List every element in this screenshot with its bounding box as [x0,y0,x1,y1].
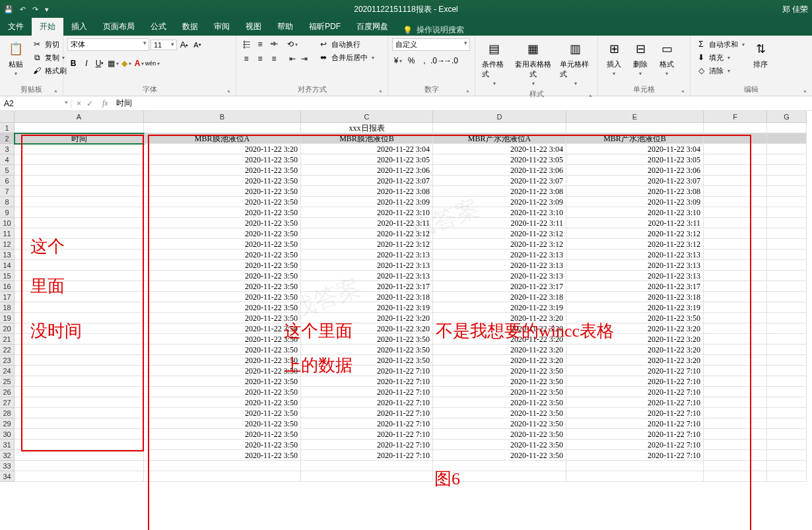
row-header-2[interactable]: 2 [0,133,15,144]
cell-D31[interactable]: 2020-11-22 3:50 [433,440,566,450]
cell-C8[interactable]: 2020-11-22 3:09 [301,197,433,207]
cell-D30[interactable]: 2020-11-22 3:50 [433,429,566,440]
cell-A15[interactable] [15,271,144,281]
cell-C20[interactable]: 2020-11-22 3:20 [301,323,433,334]
cell-E6[interactable]: 2020-11-22 3:07 [566,176,704,186]
cell-G5[interactable] [767,165,807,176]
accounting-format-button[interactable]: ¥ [392,55,404,67]
cell-D7[interactable]: 2020-11-22 3:08 [433,186,566,197]
qat-more-icon[interactable]: ▾ [45,5,49,14]
autosum-button[interactable]: Σ自动求和 [694,38,746,50]
enter-formula-icon[interactable]: ✓ [86,99,93,108]
cell-C13[interactable]: 2020-11-22 3:13 [301,249,433,260]
cell-A8[interactable] [15,197,144,207]
cell-E18[interactable]: 2020-11-22 3:19 [566,302,704,313]
cell-B30[interactable]: 2020-11-22 3:50 [144,429,301,440]
cell-E33[interactable] [566,461,704,471]
cell-F13[interactable] [704,249,767,260]
align-right-button[interactable]: ≡ [268,53,280,65]
cell-D17[interactable]: 2020-11-22 3:18 [433,292,566,302]
format-painter-button[interactable]: 🖌格式刷 [30,65,68,77]
format-cells-button[interactable]: ▭格式▾ [655,38,679,78]
cell-E11[interactable]: 2020-11-22 3:12 [566,228,704,239]
cell-G10[interactable] [767,218,807,228]
cell-A26[interactable] [15,387,144,397]
cell-D11[interactable]: 2020-11-22 3:12 [433,228,566,239]
cell-B3[interactable]: 2020-11-22 3:20 [144,144,301,154]
tab-福昕PDF[interactable]: 福昕PDF [301,18,349,36]
cell-A14[interactable] [15,260,144,271]
cell-C17[interactable]: 2020-11-22 3:18 [301,292,433,302]
cell-B5[interactable]: 2020-11-22 3:50 [144,165,301,176]
cell-F2[interactable] [704,133,767,144]
font-color-button[interactable]: A [133,57,145,69]
cell-E2[interactable]: MBR产水池液位B [566,133,704,144]
cell-C16[interactable]: 2020-11-22 3:17 [301,281,433,292]
cell-B9[interactable]: 2020-11-22 3:50 [144,207,301,218]
cell-E3[interactable]: 2020-11-22 3:04 [566,144,704,154]
cell-C24[interactable]: 2020-11-22 7:10 [301,366,433,376]
row-header-14[interactable]: 14 [0,260,15,271]
cell-D10[interactable]: 2020-11-22 3:11 [433,218,566,228]
cell-E27[interactable]: 2020-11-22 7:10 [566,397,704,408]
cell-C2[interactable]: MBR膜池液位B [301,133,433,144]
row-header-31[interactable]: 31 [0,440,15,450]
decrease-font-button[interactable]: A▾ [191,39,203,51]
cell-G30[interactable] [767,429,807,440]
cell-A34[interactable] [15,471,144,482]
cell-F33[interactable] [704,461,767,471]
cell-F25[interactable] [704,376,767,387]
cell-A19[interactable] [15,313,144,323]
cell-A10[interactable] [15,218,144,228]
cell-G9[interactable] [767,207,807,218]
fill-color-button[interactable]: ◆ [120,57,132,69]
tab-插入[interactable]: 插入 [63,18,95,36]
column-header-B[interactable]: B [144,111,301,123]
cell-A17[interactable] [15,292,144,302]
cell-A30[interactable] [15,429,144,440]
cell-A28[interactable] [15,408,144,418]
cell-B8[interactable]: 2020-11-22 3:50 [144,197,301,207]
row-header-6[interactable]: 6 [0,176,15,186]
cell-E17[interactable]: 2020-11-22 3:18 [566,292,704,302]
row-header-11[interactable]: 11 [0,228,15,239]
underline-button[interactable]: U▾ [94,57,106,69]
cell-D29[interactable]: 2020-11-22 3:50 [433,418,566,429]
cell-E12[interactable]: 2020-11-22 3:12 [566,239,704,249]
cell-F15[interactable] [704,271,767,281]
row-header-8[interactable]: 8 [0,197,15,207]
cell-B17[interactable]: 2020-11-22 3:50 [144,292,301,302]
cell-E7[interactable]: 2020-11-22 3:08 [566,186,704,197]
cell-G4[interactable] [767,154,807,165]
cell-E8[interactable]: 2020-11-22 3:09 [566,197,704,207]
font-name-combo[interactable]: 宋体 [67,38,149,51]
cell-C15[interactable]: 2020-11-22 3:13 [301,271,433,281]
cell-B19[interactable]: 2020-11-22 3:50 [144,313,301,323]
cell-B32[interactable]: 2020-11-22 3:50 [144,450,301,461]
cell-G20[interactable] [767,323,807,334]
row-header-30[interactable]: 30 [0,429,15,440]
font-size-combo[interactable]: 11 [151,40,177,50]
row-header-15[interactable]: 15 [0,271,15,281]
cell-D20[interactable]: 2020-11-22 3:20 [433,323,566,334]
insert-cells-button[interactable]: ⊞插入▾ [602,38,626,78]
cell-E10[interactable]: 2020-11-22 3:11 [566,218,704,228]
cell-B29[interactable]: 2020-11-22 3:50 [144,418,301,429]
column-header-E[interactable]: E [566,111,704,123]
row-header-33[interactable]: 33 [0,461,15,471]
column-header-F[interactable]: F [704,111,767,123]
cell-E30[interactable]: 2020-11-22 7:10 [566,429,704,440]
row-header-27[interactable]: 27 [0,397,15,408]
cell-D33[interactable] [433,461,566,471]
cell-F14[interactable] [704,260,767,271]
row-header-26[interactable]: 26 [0,387,15,397]
cell-C18[interactable]: 2020-11-22 3:19 [301,302,433,313]
tab-视图[interactable]: 视图 [238,18,269,36]
cell-F30[interactable] [704,429,767,440]
cell-D9[interactable]: 2020-11-22 3:10 [433,207,566,218]
cell-E22[interactable]: 2020-11-22 3:20 [566,345,704,355]
row-header-9[interactable]: 9 [0,207,15,218]
row-header-32[interactable]: 32 [0,450,15,461]
tell-me-input[interactable]: 操作说明搜索 [417,24,464,36]
row-header-20[interactable]: 20 [0,323,15,334]
